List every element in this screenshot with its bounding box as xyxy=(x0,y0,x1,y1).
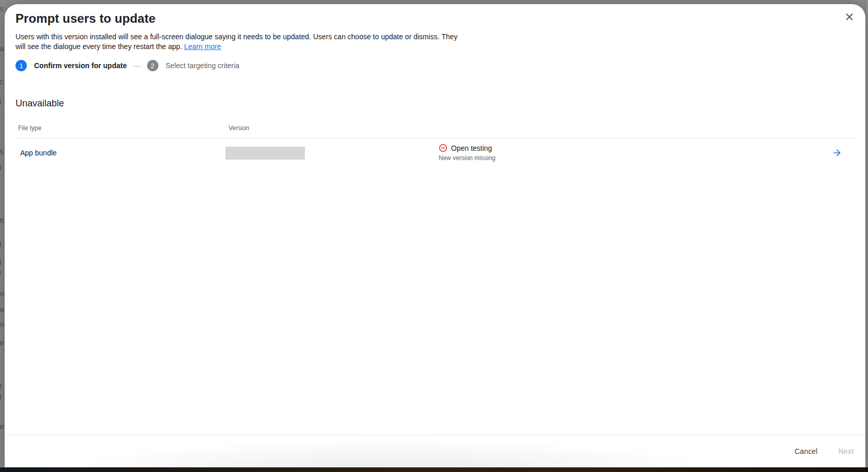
column-header-file-type: File type xyxy=(15,124,229,132)
close-icon: ✕ xyxy=(844,10,854,24)
version-cell xyxy=(229,147,439,160)
background-text-fragment: e xyxy=(0,215,4,224)
background-text-fragment: a xyxy=(0,44,4,53)
stepper: 1 Confirm version for update — 2 Select … xyxy=(15,59,854,72)
background-text-fragment: c xyxy=(0,77,4,86)
cancel-button[interactable]: Cancel xyxy=(794,444,819,459)
prompt-users-to-update-dialog: Prompt users to update ✕ Users with this… xyxy=(5,4,865,467)
dialog-description: Users with this version installed will s… xyxy=(15,32,458,52)
dialog-title: Prompt users to update xyxy=(15,10,854,27)
open-row-button[interactable] xyxy=(832,148,842,158)
background-text-fragment: s xyxy=(0,4,4,13)
step-1-confirm-version: 1 Confirm version for update xyxy=(15,60,127,71)
description-text: Users with this version installed will s… xyxy=(15,33,458,51)
status-detail: New version missing xyxy=(439,154,824,162)
arrow-right-icon xyxy=(832,148,842,158)
learn-more-link[interactable]: Learn more xyxy=(184,42,221,51)
background-text-fragment: e xyxy=(0,422,4,431)
step-2-circle: 2 xyxy=(147,60,158,71)
dimmed-background-right xyxy=(865,0,868,467)
dialog-content: Unavailable File type Version App bundle xyxy=(5,72,865,435)
step-2-select-targeting: 2 Select targeting criteria xyxy=(147,60,239,71)
status-cell: Open testing New version missing xyxy=(439,144,824,162)
close-button[interactable]: ✕ xyxy=(840,7,859,27)
background-text-fragment: s xyxy=(0,147,4,155)
step-1-circle: 1 xyxy=(15,60,27,71)
background-text-fragment: n xyxy=(0,289,4,298)
table-header-row: File type Version xyxy=(15,124,855,138)
background-text-fragment: t xyxy=(0,240,2,248)
background-text-fragment: l xyxy=(0,258,1,266)
dimmed-background-left: sacistetlinanerle xyxy=(0,0,5,467)
background-text-fragment: i xyxy=(0,268,1,276)
background-text-fragment: l xyxy=(0,392,1,401)
column-header-action xyxy=(824,124,855,132)
background-text-fragment: r xyxy=(0,382,2,390)
column-header-status xyxy=(439,124,824,132)
section-heading: Unavailable xyxy=(15,97,855,109)
table-row[interactable]: App bundle Open testing New xyxy=(15,138,855,167)
versions-table: File type Version App bundle xyxy=(15,124,855,167)
blocked-icon xyxy=(439,144,447,152)
step-1-label: Confirm version for update xyxy=(34,61,127,70)
step-connector: — xyxy=(134,61,141,70)
file-type-cell: App bundle xyxy=(15,149,229,157)
screen-bottom-edge xyxy=(0,467,868,472)
background-text-fragment: a xyxy=(0,305,4,313)
background-text-fragment: t xyxy=(0,163,2,171)
status-label: Open testing xyxy=(451,144,492,152)
dialog-header: Prompt users to update ✕ Users with this… xyxy=(5,4,865,72)
next-button[interactable]: Next xyxy=(837,444,855,459)
step-2-label: Select targeting criteria xyxy=(166,61,239,70)
action-cell xyxy=(824,148,855,158)
background-text-fragment: e xyxy=(0,338,4,347)
background-text-fragment: n xyxy=(0,320,4,328)
version-redacted-value xyxy=(226,147,305,160)
background-divider xyxy=(0,115,5,116)
status-line: Open testing xyxy=(439,144,824,152)
dialog-footer: Cancel Next xyxy=(5,435,865,467)
background-text-fragment: i xyxy=(0,97,1,105)
column-header-version: Version xyxy=(229,124,439,132)
